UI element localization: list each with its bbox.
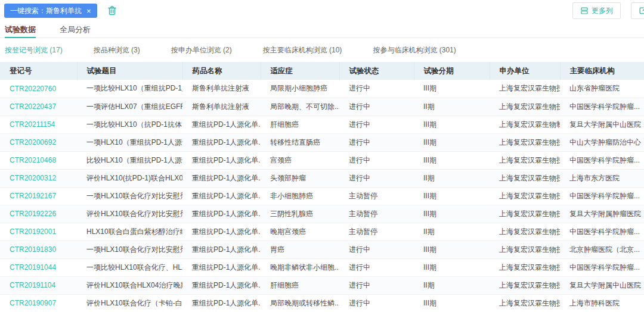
cell-registration-no: CTR20211154	[0, 116, 77, 133]
more-columns-button[interactable]: 更多列	[572, 2, 621, 19]
cell-indication: 三阴性乳腺癌	[261, 205, 339, 223]
search-tag-label: 一键搜索：斯鲁利单抗	[10, 6, 82, 16]
cell-trial-status: 主动暂停	[339, 205, 414, 223]
table-row: CTR20191830 一项HLX10联合化疗对比安慰剂联... 重组抗PD-1…	[0, 241, 644, 258]
cell-sponsor: 上海复宏汉霖生物技...	[490, 276, 560, 294]
cell-drug-name: 重组抗PD-1人源化单...	[182, 169, 261, 187]
cell-indication: 肝细胞癌	[261, 276, 339, 294]
cell-sponsor: 上海复宏汉霖生物技...	[490, 169, 560, 187]
cell-trial-status: 进行中	[339, 80, 414, 98]
registration-link[interactable]: CTR20191044	[10, 263, 56, 272]
columns-icon	[580, 7, 589, 15]
cell-registration-no: CTR20210468	[0, 151, 77, 169]
table-row: CTR20220760 一项比较HLX10（重组抗PD-1人... 斯鲁利单抗注…	[0, 80, 644, 98]
cell-trial-status: 主动暂停	[339, 187, 414, 205]
filter-by-registration[interactable]: 按登记号浏览 (17)	[5, 45, 63, 55]
cell-trial-status: 进行中	[339, 276, 414, 294]
column-header: 适应症	[261, 62, 339, 80]
cell-registration-no: CTR20191830	[0, 241, 77, 258]
cell-trial-phase: III期	[414, 205, 490, 223]
registration-link[interactable]: CTR20220760	[10, 85, 56, 93]
table-row: CTR20210468 比较HLX10（重组抗PD-1人源化... 重组抗PD-…	[0, 151, 644, 169]
filter-by-participating-institution[interactable]: 按参与临床机构浏览 (301)	[373, 45, 456, 55]
filter-by-sponsor[interactable]: 按申办单位浏览 (2)	[171, 45, 232, 55]
cell-trial-phase: III期	[414, 187, 490, 205]
cell-sponsor: 上海复宏汉霖生物技...	[490, 98, 560, 116]
search-filter-tag[interactable]: 一键搜索：斯鲁利单抗 ×	[4, 4, 97, 18]
registration-link[interactable]: CTR20200312	[10, 174, 56, 182]
registration-link[interactable]: CTR20192001	[10, 227, 56, 236]
cell-indication: 晚期宫颈癌	[261, 223, 339, 241]
trials-table: 登记号试验题目药品名称适应症试验状态试验分期申办单位主要临床机构 CTR2022…	[0, 62, 644, 312]
cell-main-institution: 山东省肿瘤医院	[560, 80, 644, 98]
table-row: CTR20191104 评价HLX10联合HLX04治疗晚期肝... 重组抗PD…	[0, 276, 644, 294]
table-row: CTR20200312 评价HLX10(抗PD-1)联合HLX07(... 重组…	[0, 169, 644, 187]
cell-registration-no: CTR20192167	[0, 187, 77, 205]
cell-main-institution: 中国医学科学院肿瘤...	[560, 258, 644, 276]
cell-indication: 头颈部肿瘤	[261, 169, 339, 187]
table-row: CTR20191044 一项比较HLX10联合化疗、HLX10... 重组抗PD…	[0, 258, 644, 276]
table-header-row: 登记号试验题目药品名称适应症试验状态试验分期申办单位主要临床机构	[0, 62, 644, 80]
filter-by-main-institution[interactable]: 按主要临床机构浏览 (10)	[263, 45, 342, 55]
cell-indication: 晚期非鳞状非小细胞...	[261, 258, 339, 276]
registration-link[interactable]: CTR20192167	[10, 192, 56, 200]
cell-trial-phase: II期	[414, 98, 490, 116]
column-header: 试验题目	[77, 62, 182, 80]
cell-trial-title: 评价HLX10联合HLX04治疗晚期肝...	[77, 276, 182, 294]
export-button[interactable]	[631, 2, 644, 19]
cell-sponsor: 上海复宏汉霖生物技...	[490, 205, 560, 223]
tab-label: 全局分析	[60, 24, 91, 35]
cell-trial-title: 一项比较HLX10（重组抗PD-1人...	[77, 80, 182, 98]
column-header: 试验状态	[339, 62, 414, 80]
cell-indication: 非小细胞肺癌	[261, 187, 339, 205]
cell-registration-no: CTR20191104	[0, 276, 77, 294]
registration-link[interactable]: CTR20210468	[10, 156, 56, 164]
registration-link[interactable]: CTR20200692	[10, 138, 56, 146]
registration-link[interactable]: CTR20190907	[10, 299, 56, 307]
cell-trial-title: 评价HLX10(抗PD-1)联合HLX07(...	[77, 169, 182, 187]
cell-trial-phase: III期	[414, 80, 490, 98]
cell-main-institution: 中国医学科学院肿瘤...	[560, 98, 644, 116]
cell-sponsor: 上海复宏汉霖生物技...	[490, 294, 560, 312]
cell-drug-name: 重组抗PD-1人源化单...	[182, 276, 261, 294]
column-header: 登记号	[0, 62, 77, 80]
cell-trial-phase: II期	[414, 276, 490, 294]
cell-main-institution: 中国医学科学院肿瘤...	[560, 151, 644, 169]
cell-drug-name: 重组抗PD-1人源化单...	[182, 116, 261, 133]
registration-link[interactable]: CTR20191104	[10, 281, 55, 289]
main-tabs: 试验数据 全局分析	[0, 21, 644, 38]
cell-registration-no: CTR20190907	[0, 294, 77, 312]
cell-drug-name: 斯鲁利单抗注射液	[182, 98, 261, 116]
cell-trial-title: 比较HLX10（重组抗PD-1人源化...	[77, 151, 182, 169]
tab-global-analysis[interactable]: 全局分析	[60, 21, 91, 38]
external-link-icon	[638, 6, 644, 15]
cell-trial-status: 进行中	[339, 241, 414, 258]
browse-filter-bar: 按登记号浏览 (17) 按品种浏览 (3) 按申办单位浏览 (2) 按主要临床机…	[0, 38, 644, 62]
registration-link[interactable]: CTR20192226	[10, 210, 56, 218]
column-header: 药品名称	[182, 62, 261, 80]
cell-sponsor: 上海复宏汉霖生物技...	[490, 258, 560, 276]
trash-icon	[107, 5, 117, 16]
cell-main-institution: 中国医学科学院肿瘤...	[560, 223, 644, 241]
registration-link[interactable]: CTR20220437	[10, 102, 56, 111]
registration-link[interactable]: CTR20211154	[10, 120, 55, 129]
cell-registration-no: CTR20192226	[0, 205, 77, 223]
cell-main-institution: 复旦大学附属肿瘤医院	[560, 205, 644, 223]
clear-filters-button[interactable]	[107, 5, 117, 16]
cell-drug-name: 重组抗PD-1人源化单...	[182, 294, 261, 312]
cell-trial-title: 一项比较HLX10（抗PD-1抗体）...	[77, 116, 182, 133]
cell-indication: 转移性结直肠癌	[261, 133, 339, 151]
cell-registration-no: CTR20191044	[0, 258, 77, 276]
cell-sponsor: 上海复宏汉霖生物技...	[490, 80, 560, 98]
cell-drug-name: 重组抗PD-1人源化单...	[182, 151, 261, 169]
cell-registration-no: CTR20220437	[0, 98, 77, 116]
tab-trial-data[interactable]: 试验数据	[5, 21, 36, 38]
filter-by-variety[interactable]: 按品种浏览 (3)	[94, 45, 140, 55]
cell-trial-phase: III期	[414, 116, 490, 133]
cell-trial-status: 进行中	[339, 116, 414, 133]
table-row: CTR20192001 HLX10联合白蛋白紫杉醇治疗经晚... 重组抗PD-1…	[0, 223, 644, 241]
registration-link[interactable]: CTR20191830	[10, 245, 56, 254]
close-icon[interactable]: ×	[86, 7, 91, 15]
cell-registration-no: CTR20192001	[0, 223, 77, 241]
cell-main-institution: 复旦大学附属中山医院	[560, 116, 644, 133]
